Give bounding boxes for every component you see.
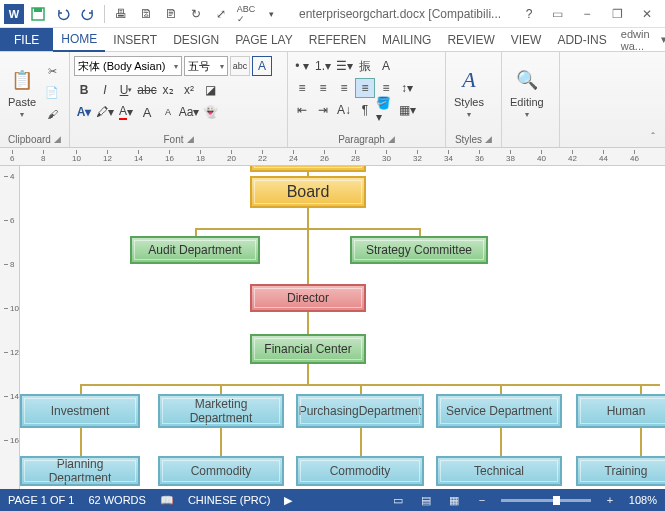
subscript-button[interactable]: x₂ (158, 80, 178, 100)
tab-file[interactable]: FILE (0, 28, 53, 51)
copy-button[interactable]: 📄 (42, 83, 62, 103)
align-left-button[interactable]: ≡ (292, 78, 312, 98)
clear-format-button[interactable]: abc (230, 56, 250, 76)
decrease-indent-button[interactable]: ⇤ (292, 100, 312, 120)
org-node-commodity1[interactable]: Commodity (158, 456, 284, 486)
close-button[interactable]: ✕ (633, 3, 661, 25)
grow-font-button[interactable]: A (137, 102, 157, 122)
zoom-in-button[interactable]: + (601, 493, 619, 507)
tab-view[interactable]: VIEW (503, 28, 550, 51)
qat-btn[interactable]: ⤢ (210, 3, 232, 25)
phonetic-guide-button[interactable]: 振 (355, 56, 375, 76)
borders-button[interactable]: ▦▾ (397, 100, 417, 120)
undo-button[interactable] (52, 3, 74, 25)
proofing-icon[interactable]: 📖 (160, 494, 174, 507)
org-node-financial[interactable]: Financial Center (250, 334, 366, 364)
shading-button[interactable]: 🪣▾ (376, 100, 396, 120)
read-mode-button[interactable]: ▭ (389, 493, 407, 507)
org-node[interactable] (250, 166, 366, 172)
zoom-out-button[interactable]: − (473, 493, 491, 507)
bold-button[interactable]: B (74, 80, 94, 100)
editing-button[interactable]: 🔍 Editing ▾ (506, 54, 548, 131)
org-node-training[interactable]: Training (576, 456, 665, 486)
org-node-technical[interactable]: Technical (436, 456, 562, 486)
tab-design[interactable]: DESIGN (165, 28, 227, 51)
dialog-launcher-icon[interactable]: ◢ (485, 134, 492, 144)
phonetic-button[interactable]: 👻 (200, 102, 220, 122)
user-name[interactable]: edwin wa...▾ (615, 28, 665, 51)
qat-btn[interactable]: ↻ (185, 3, 207, 25)
qat-customize[interactable]: ▾ (260, 3, 282, 25)
redo-button[interactable] (77, 3, 99, 25)
show-marks-button[interactable]: ¶ (355, 100, 375, 120)
status-language[interactable]: CHINESE (PRC) (188, 494, 271, 506)
zoom-value[interactable]: 108% (629, 494, 657, 506)
web-layout-button[interactable]: ▦ (445, 493, 463, 507)
org-node-commodity2[interactable]: Commodity (296, 456, 424, 486)
tab-home[interactable]: HOME (53, 28, 105, 52)
org-node-service[interactable]: Service Department (436, 394, 562, 428)
tab-page-layout[interactable]: PAGE LAY (227, 28, 301, 51)
styles-button[interactable]: A Styles ▾ (450, 54, 488, 131)
qat-btn[interactable]: 🖺 (135, 3, 157, 25)
tab-review[interactable]: REVIEW (439, 28, 502, 51)
shrink-font-button[interactable]: A (158, 102, 178, 122)
italic-button[interactable]: I (95, 80, 115, 100)
horizontal-ruler[interactable]: 6810121416182022242628303234363840424446 (0, 148, 665, 166)
dialog-launcher-icon[interactable]: ◢ (388, 134, 395, 144)
cut-button[interactable]: ✂ (42, 62, 62, 82)
justify-button[interactable]: ≡ (355, 78, 375, 98)
character-box-button[interactable]: A (252, 56, 272, 76)
text-effects-button[interactable]: A▾ (74, 102, 94, 122)
font-color-button[interactable]: A▾ (116, 102, 136, 122)
change-case-button[interactable]: Aa▾ (179, 102, 199, 122)
strike-button[interactable]: abc (137, 80, 157, 100)
org-node-audit[interactable]: Audit Department (130, 236, 260, 264)
align-right-button[interactable]: ≡ (334, 78, 354, 98)
font-name-combo[interactable]: 宋体 (Body Asian)▾ (74, 56, 182, 76)
align-center-button[interactable]: ≡ (313, 78, 333, 98)
tab-addins[interactable]: ADD-INS (549, 28, 614, 51)
number-list-button[interactable]: 1.▾ (313, 56, 333, 76)
zoom-slider[interactable] (501, 499, 591, 502)
increase-indent-button[interactable]: ⇥ (313, 100, 333, 120)
sort-button[interactable]: A↓ (334, 100, 354, 120)
org-node-marketing[interactable]: Marketing Department (158, 394, 284, 428)
org-node-planning[interactable]: Planning Department (20, 456, 140, 486)
qat-btn[interactable]: ABC✓ (235, 3, 257, 25)
org-node-board[interactable]: Board (250, 176, 366, 208)
tab-mailings[interactable]: MAILING (374, 28, 439, 51)
line-spacing-button[interactable]: ↕▾ (397, 78, 417, 98)
tab-insert[interactable]: INSERT (105, 28, 165, 51)
org-node-purchasing[interactable]: PurchasingDepartment (296, 394, 424, 428)
format-painter-button[interactable]: 🖌 (42, 104, 62, 124)
qat-btn[interactable]: 🖹 (160, 3, 182, 25)
macro-icon[interactable]: ▶ (284, 494, 292, 507)
ribbon-display-button[interactable]: ▭ (543, 3, 571, 25)
save-button[interactable] (27, 3, 49, 25)
underline-button[interactable]: U▾ (116, 80, 136, 100)
tab-references[interactable]: REFEREN (301, 28, 374, 51)
font-size-combo[interactable]: 五号▾ (184, 56, 228, 76)
highlight-button[interactable]: 🖍▾ (95, 102, 115, 122)
multilevel-list-button[interactable]: ☰▾ (334, 56, 354, 76)
dialog-launcher-icon[interactable]: ◢ (187, 134, 194, 144)
org-node-director[interactable]: Director (250, 284, 366, 312)
status-words[interactable]: 62 WORDS (88, 494, 145, 506)
superscript-button[interactable]: x² (179, 80, 199, 100)
collapse-ribbon-button[interactable]: ˆ (645, 129, 661, 145)
qat-btn[interactable]: 🖶 (110, 3, 132, 25)
help-button[interactable]: ? (518, 3, 540, 25)
print-layout-button[interactable]: ▤ (417, 493, 435, 507)
distribute-button[interactable]: ≡ (376, 78, 396, 98)
minimize-button[interactable]: − (573, 3, 601, 25)
document-area[interactable]: Board Audit Department Strategy Committe… (20, 166, 665, 489)
restore-button[interactable]: ❐ (603, 3, 631, 25)
dialog-launcher-icon[interactable]: ◢ (54, 134, 61, 144)
bullet-list-button[interactable]: • ▾ (292, 56, 312, 76)
vertical-ruler[interactable]: 46810121416 (0, 166, 20, 489)
eraser-button[interactable]: ◪ (200, 80, 220, 100)
paste-button[interactable]: 📋 Paste ▾ (4, 54, 40, 131)
org-node-investment[interactable]: Investment (20, 394, 140, 428)
status-page[interactable]: PAGE 1 OF 1 (8, 494, 74, 506)
